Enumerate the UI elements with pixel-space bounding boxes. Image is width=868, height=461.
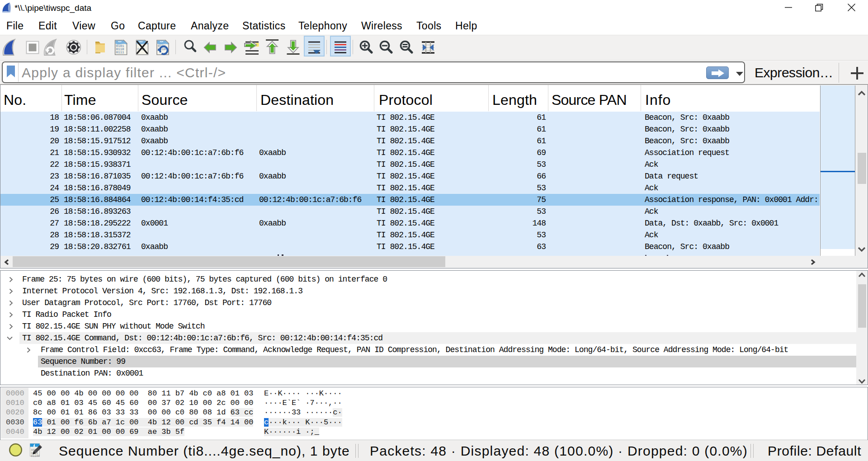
svg-text:01100: 01100 bbox=[31, 455, 40, 458]
svg-text:0111: 0111 bbox=[116, 51, 125, 54]
